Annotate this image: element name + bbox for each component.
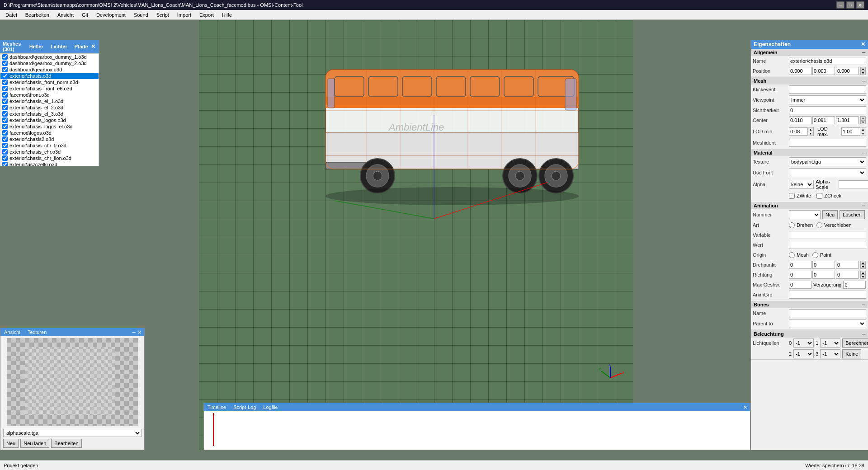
alphascale-input[interactable] [839, 180, 868, 188]
timeline-close[interactable]: ✕ [743, 404, 747, 410]
mesh-item[interactable]: exterior\chasis2.o3d [0, 136, 99, 142]
texturen-tab[interactable]: Texturen [27, 329, 47, 335]
mesh-checkbox[interactable] [2, 111, 8, 117]
mesh-item[interactable]: exterior\chasis_el_3.o3d [0, 111, 99, 117]
wert-input[interactable] [789, 241, 866, 249]
tab-scriptlog[interactable]: Script-Log [232, 404, 257, 410]
menu-hilfe[interactable]: Hilfe [218, 11, 236, 19]
lod-min-up[interactable]: ▲ [808, 127, 813, 132]
berechnen-button[interactable]: Berechnen [842, 338, 868, 348]
props-close[interactable]: ✕ [861, 41, 865, 47]
position-z-input[interactable] [836, 67, 859, 75]
mesh-checkbox[interactable] [2, 124, 8, 129]
mesh-checkbox[interactable] [2, 80, 8, 85]
zcheck-checkbox-label[interactable]: ZCheck [816, 193, 841, 199]
texture-minimize[interactable]: ─ [132, 329, 136, 335]
bones-name-input[interactable] [789, 309, 866, 317]
mesh-checkbox[interactable] [2, 54, 8, 60]
menu-bearbeiten[interactable]: Bearbeiten [22, 11, 53, 19]
allgemein-collapse[interactable]: ─ [862, 50, 865, 55]
mesh-item[interactable]: dashboard\gearbox_dummy_2.o3d [0, 60, 99, 66]
zwrite-checkbox[interactable] [789, 193, 795, 199]
mesh-item[interactable]: exterior\chasis_logos_el.o3d [0, 123, 99, 130]
position-x-input[interactable] [789, 67, 811, 75]
mesh-checkbox[interactable] [2, 136, 8, 142]
mesh-item[interactable]: dashboard\gearbox.o3d [0, 66, 99, 73]
drehpunkt-z[interactable] [836, 261, 859, 269]
mesh-checkbox[interactable] [2, 86, 8, 91]
restore-button[interactable]: □ [846, 1, 854, 9]
tab-timeline[interactable]: Timeline [207, 404, 227, 410]
menu-git[interactable]: Git [78, 11, 92, 19]
mesh-checkbox[interactable] [2, 130, 8, 136]
menu-import[interactable]: Import [174, 11, 195, 19]
verzoegerung-input[interactable] [843, 281, 866, 289]
texture-close[interactable]: ✕ [137, 329, 142, 335]
loeschen-button[interactable]: Löschen [840, 210, 865, 219]
position-y-input[interactable] [812, 67, 835, 75]
mesh-item[interactable]: exterior\chasis_chr.o3d [0, 149, 99, 155]
usefont-select[interactable] [789, 168, 866, 177]
mesh-item[interactable]: dashboard\gearbox_dummy_1.o3d [0, 54, 99, 60]
drehpunkt-down[interactable]: ▼ [860, 265, 866, 269]
parentto-select[interactable] [789, 319, 866, 328]
material-collapse[interactable]: ─ [862, 150, 865, 155]
menu-sound[interactable]: Sound [130, 11, 152, 19]
lod-min-down[interactable]: ▼ [808, 132, 813, 136]
variable-input[interactable] [789, 231, 866, 239]
position-up[interactable]: ▲ [860, 67, 866, 71]
zcheck-checkbox[interactable] [816, 193, 822, 199]
bones-collapse[interactable]: ─ [862, 302, 865, 307]
meshes-close[interactable]: ✕ [90, 43, 96, 50]
tab-logfile[interactable]: Logfile [262, 404, 278, 410]
mesh-item[interactable]: exterior\chasis.o3d [0, 73, 99, 79]
menu-development[interactable]: Development [93, 11, 129, 19]
close-button[interactable]: ✕ [856, 1, 864, 9]
mesh-checkbox[interactable] [2, 155, 8, 161]
richtung-x[interactable] [789, 271, 811, 279]
mesh-item[interactable]: exterior\chasis_chr_fr.o3d [0, 142, 99, 149]
center-y-input[interactable] [812, 116, 835, 124]
richtung-up[interactable]: ▲ [860, 271, 866, 275]
richtung-down[interactable]: ▼ [860, 275, 866, 279]
mesh-checkbox[interactable] [2, 105, 8, 110]
drehpunkt-up[interactable]: ▲ [860, 261, 866, 265]
origin-mesh-radio-label[interactable]: Mesh [789, 252, 809, 258]
klickevent-input[interactable] [789, 85, 866, 94]
sichtbarkeit-input[interactable] [789, 106, 866, 114]
menu-export[interactable]: Export [196, 11, 217, 19]
texture-select[interactable]: bodypaint.tga [789, 157, 866, 166]
keine-button[interactable]: Keine [842, 349, 861, 358]
maxgeshw-input[interactable] [789, 281, 811, 289]
mesh-item[interactable]: exterior\uszczelki.o3d [0, 161, 99, 166]
menu-script[interactable]: Script [153, 11, 173, 19]
alpha-select[interactable]: keine [789, 180, 814, 189]
animation-collapse[interactable]: ─ [862, 203, 865, 208]
zwrite-checkbox-label[interactable]: ZWrite [789, 193, 811, 199]
mesh-checkbox[interactable] [2, 61, 8, 66]
mesh-item[interactable]: facemod\logos.o3d [0, 130, 99, 136]
richtung-z[interactable] [836, 271, 859, 279]
center-down[interactable]: ▼ [860, 120, 866, 124]
viewpoint-select[interactable]: Immer [789, 95, 866, 104]
mesh-checkbox[interactable] [2, 73, 8, 79]
menu-ansicht[interactable]: Ansicht [54, 11, 77, 19]
mesh-item[interactable]: exterior\chasis_front_e6.o3d [0, 85, 99, 92]
center-up[interactable]: ▲ [860, 116, 866, 120]
tex-neu-button[interactable]: Neu [3, 439, 19, 448]
licht0-select[interactable]: -1 [793, 338, 814, 348]
origin-point-radio-label[interactable]: Point [812, 252, 831, 258]
center-z-input[interactable] [836, 116, 859, 124]
mesh-item[interactable]: exterior\chasis_el_1.o3d [0, 98, 99, 104]
licht3-select[interactable]: -1 [820, 349, 840, 358]
mesh-item[interactable]: exterior\chasis_el_2.o3d [0, 104, 99, 111]
mesh-checkbox[interactable] [2, 92, 8, 98]
drehpunkt-y[interactable] [812, 261, 835, 269]
origin-point-radio[interactable] [812, 252, 818, 258]
tab-pfade[interactable]: Pfade [73, 43, 90, 50]
mesh-checkbox[interactable] [2, 162, 8, 166]
mesh-item[interactable]: exterior\chasis_front_norm.o3d [0, 79, 99, 85]
mesh-checkbox[interactable] [2, 99, 8, 104]
center-x-input[interactable] [789, 116, 811, 124]
nummer-select[interactable] [789, 210, 821, 219]
